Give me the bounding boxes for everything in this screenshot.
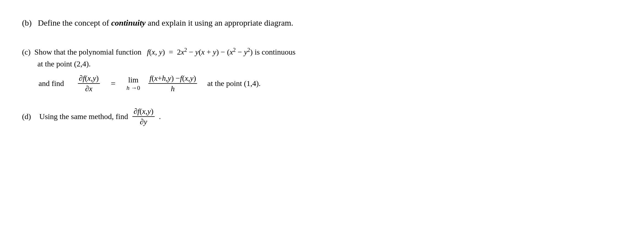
section-b-label: (b) [22, 18, 32, 27]
section-b-text2: and explain it using an appropriate diag… [146, 18, 293, 27]
section-c-label: (c) [22, 46, 34, 58]
at-point-1-4: at the point (1,4). [205, 79, 261, 88]
section-c: (c) Show that the polynomial function f(… [22, 45, 622, 93]
section-b-text1: Define the concept of [38, 18, 111, 27]
section-c-is-continuous: is continuous [253, 46, 296, 58]
equals-sign: = [111, 79, 116, 88]
partial-df-dy-numerator: ∂f(x,y) [132, 107, 154, 117]
and-find-label: and find [39, 79, 64, 88]
section-c-line2: at the point (2,4). [37, 60, 622, 68]
section-c-at-point: at the point (2,4). [37, 60, 91, 68]
content-area: (b) Define the concept of continuity and… [22, 17, 622, 126]
section-c-text1: Show that the polynomial function [34, 46, 141, 58]
section-c-line1: (c) Show that the polynomial function f(… [22, 45, 622, 58]
section-d-label: (d) [22, 112, 35, 121]
partial-numerator: ∂f(x,y) [78, 74, 100, 84]
section-b: (b) Define the concept of continuity and… [22, 17, 622, 29]
lim-numerator: f(x+h,y) −f(x,y) [148, 74, 197, 84]
section-d-period: . [159, 112, 161, 121]
lim-fraction: f(x+h,y) −f(x,y) h [148, 74, 197, 93]
partial-denominator: ∂x [84, 84, 93, 93]
section-d-text: Using the same method, find [39, 112, 128, 121]
section-b-italic: continuity [111, 18, 146, 27]
lim-bottom: h →0 [127, 84, 140, 92]
section-c-formula: f(x, y) = 2x2 − y(x + y) − (x2 − y2) [147, 45, 253, 58]
section-d-row: (d) Using the same method, find ∂f(x,y) … [22, 107, 622, 126]
partial-df-dy: ∂f(x,y) ∂y [132, 107, 154, 126]
lim-top: lim [128, 76, 138, 84]
lim-block: lim h →0 [127, 76, 140, 92]
lim-denominator: h [170, 84, 176, 93]
section-c-math-block: and find ∂f(x,y) ∂x = lim h →0 f(x+h,y) … [39, 74, 622, 93]
partial-df-dy-denominator: ∂y [139, 117, 148, 126]
f-xy-formula: f(x, y) = 2x2 − y(x + y) − (x2 − y2) [147, 45, 253, 58]
section-b-text: (b) Define the concept of continuity and… [22, 17, 622, 29]
section-d: (d) Using the same method, find ∂f(x,y) … [22, 107, 622, 126]
partial-df-dx: ∂f(x,y) ∂x [78, 74, 100, 93]
